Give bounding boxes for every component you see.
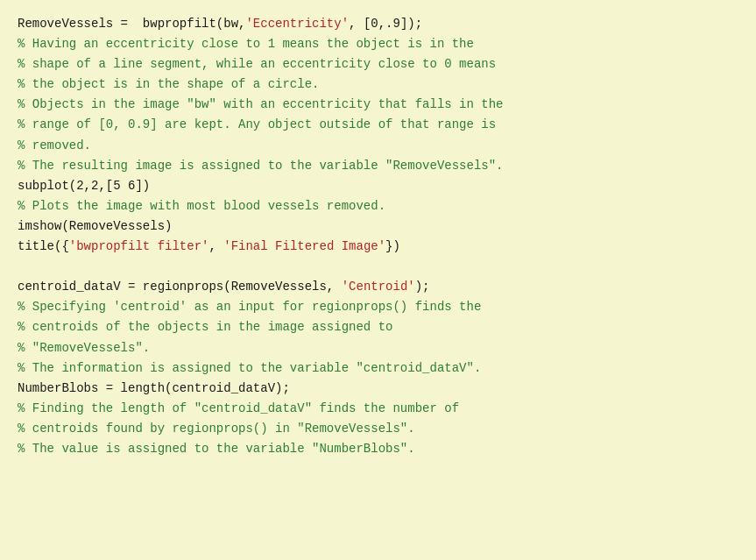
code-line-11: imshow(RemoveVessels) bbox=[18, 216, 738, 237]
code-line-1: RemoveVessels = bwpropfilt(bw,'Eccentric… bbox=[18, 14, 738, 34]
code-line-8: % The resulting image is assigned to the… bbox=[18, 156, 738, 176]
code-line-16: % "RemoveVessels". bbox=[18, 338, 738, 358]
code-line-20: % centroids found by regionprops() in "R… bbox=[18, 419, 738, 439]
code-line-5: % Objects in the image "bw" with an ecce… bbox=[18, 95, 738, 115]
code-line-6: % range of [0, 0.9] are kept. Any object… bbox=[18, 115, 738, 135]
code-line-12: title({'bwpropfilt filter', 'Final Filte… bbox=[18, 237, 738, 257]
code-line-7: % removed. bbox=[18, 136, 738, 156]
code-line-3: % shape of a line segment, while an ecce… bbox=[18, 54, 738, 74]
code-line-13: centroid_dataV = regionprops(RemoveVesse… bbox=[18, 277, 738, 297]
code-line-10: % Plots the image with most blood vessel… bbox=[18, 196, 738, 216]
code-line-14: % Specifying 'centroid' as an input for … bbox=[18, 297, 738, 317]
code-line-21: % The value is assigned to the variable … bbox=[18, 439, 738, 459]
code-line-18: NumberBlobs = length(centroid_dataV); bbox=[18, 379, 738, 399]
code-line-4: % the object is in the shape of a circle… bbox=[18, 74, 738, 95]
code-line-17: % The information is assigned to the var… bbox=[18, 358, 738, 379]
code-line-2: % Having an eccentricity close to 1 mean… bbox=[18, 34, 738, 54]
code-line-9: subplot(2,2,[5 6]) bbox=[18, 176, 738, 196]
code-line-19: % Finding the length of "centroid_dataV"… bbox=[18, 399, 738, 419]
blank-line-1 bbox=[18, 257, 738, 277]
code-editor: RemoveVessels = bwpropfilt(bw,'Eccentric… bbox=[0, 0, 756, 560]
code-line-15: % centroids of the objects in the image … bbox=[18, 317, 738, 337]
